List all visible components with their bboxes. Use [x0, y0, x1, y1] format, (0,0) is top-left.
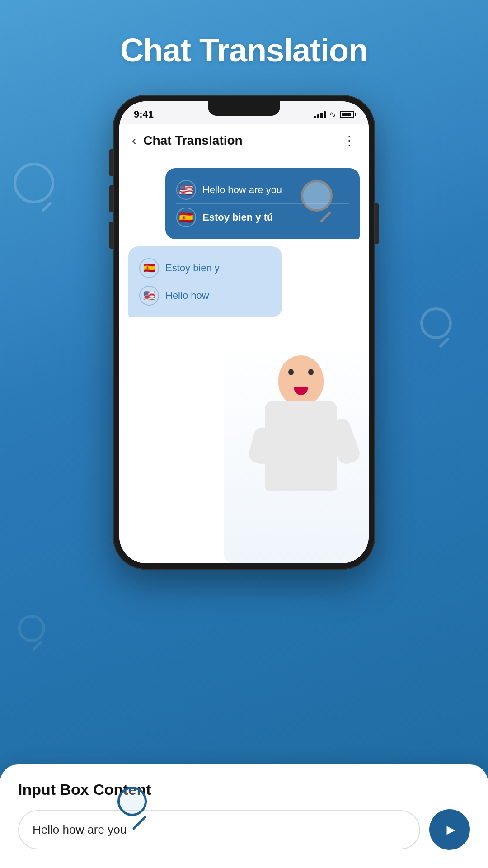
- chat-magnifier-overlay: [301, 180, 342, 221]
- signal-bar-1: [314, 116, 316, 118]
- signal-bar-3: [320, 113, 323, 118]
- header-title: Chat Translation: [143, 133, 242, 148]
- received-original-text: Estoy bien y: [165, 262, 220, 274]
- woman-image: [224, 337, 369, 563]
- status-icons: ∿: [314, 109, 354, 119]
- woman-body: [265, 401, 337, 491]
- app-header: ‹ Chat Translation ⋮: [119, 124, 369, 157]
- received-translation-row: 🇺🇸 Hello how: [139, 282, 271, 309]
- bottom-input-section: Input Box Content ►: [0, 764, 488, 868]
- received-translation-flag: 🇺🇸: [139, 286, 159, 306]
- input-row: ►: [18, 809, 470, 850]
- woman-figure: [238, 355, 364, 563]
- woman-head: [278, 355, 324, 405]
- phone-screen: 9:41 ∿ ‹ Cha: [119, 101, 369, 563]
- phone-mockup: 9:41 ∿ ‹ Cha: [113, 95, 375, 570]
- battery-fill: [342, 113, 351, 116]
- bg-magnifier-1: [14, 163, 54, 203]
- header-left: ‹ Chat Translation: [132, 133, 243, 148]
- chat-area: 🇺🇸 Hello how are you 🇪🇸 Estoy bien y tú: [119, 157, 369, 563]
- message-input[interactable]: [18, 810, 420, 849]
- send-button[interactable]: ►: [429, 809, 470, 850]
- input-magnifier-handle-icon: [132, 816, 147, 830]
- sent-original-flag: 🇺🇸: [176, 180, 196, 200]
- status-time: 9:41: [134, 108, 154, 120]
- bg-magnifier-3: [18, 615, 45, 642]
- received-translation-text: Hello how: [165, 290, 209, 302]
- input-section-title: Input Box Content: [18, 781, 470, 798]
- signal-bar-4: [324, 111, 326, 118]
- more-button[interactable]: ⋮: [343, 133, 356, 148]
- input-magnifier-overlay: [117, 787, 147, 832]
- sent-translation-flag: 🇪🇸: [176, 208, 196, 227]
- back-button[interactable]: ‹: [132, 133, 136, 148]
- bg-magnifier-2: [420, 307, 452, 339]
- send-icon: ►: [444, 821, 458, 838]
- wifi-icon: ∿: [329, 109, 336, 119]
- magnifier-circle-icon: [301, 180, 333, 212]
- text-input-container: [18, 810, 420, 849]
- input-magnifier-circle-icon: [117, 787, 147, 816]
- phone-frame: 9:41 ∿ ‹ Cha: [113, 95, 375, 570]
- received-message-bubble: 🇪🇸 Estoy bien y 🇺🇸 Hello how: [128, 246, 282, 317]
- received-original-row: 🇪🇸 Estoy bien y: [139, 255, 271, 282]
- signal-bars-icon: [314, 110, 326, 118]
- sent-translation-text: Estoy bien y tú: [202, 212, 273, 223]
- page-title: Chat Translation: [0, 32, 488, 69]
- received-original-flag: 🇪🇸: [139, 258, 159, 278]
- phone-notch: [208, 101, 280, 116]
- sent-original-text: Hello how are you: [202, 184, 282, 196]
- signal-bar-2: [317, 114, 319, 118]
- battery-icon: [340, 111, 354, 118]
